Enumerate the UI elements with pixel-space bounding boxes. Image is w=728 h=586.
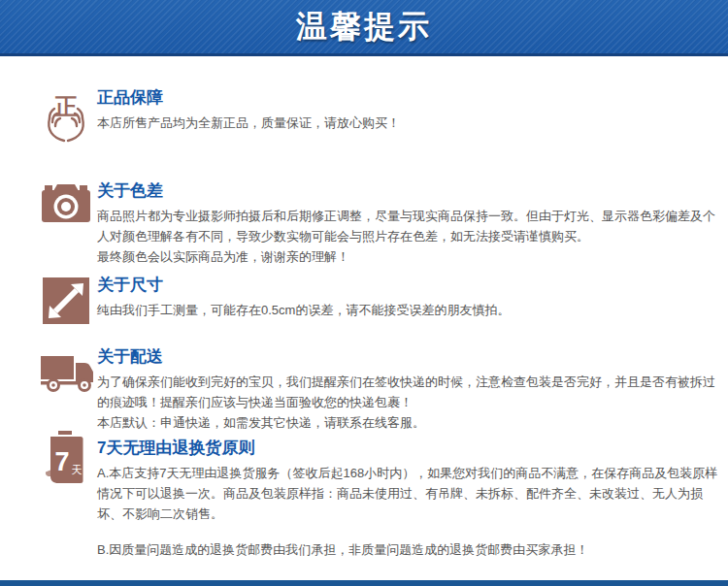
authentic-hands-icon: 正: [39, 88, 93, 145]
tip-section-color-difference: 关于色差 商品照片都为专业摄影师拍摄后和后期修正调整，尽量与现实商品保持一致。但…: [39, 181, 718, 267]
tips-page: 温馨提示 正: [0, 0, 728, 586]
tip-paragraph: A.本店支持7天无理由退换货服务（签收后起168小时内），如果您对我们的商品不满…: [97, 463, 718, 524]
camera-icon: [39, 181, 93, 232]
tip-paragraph: 纯由我们手工测量，可能存在0.5cm的误差，请不能接受误差的朋友慎拍。: [97, 300, 718, 320]
seven-day-icon: 7 天: [39, 429, 93, 491]
tip-paragraph: 本店所售产品均为全新正品，质量保证，请放心购买！: [97, 113, 718, 133]
svg-text:正: 正: [53, 94, 78, 119]
tip-title: 关于尺寸: [97, 276, 718, 294]
resize-arrow-icon: [39, 276, 93, 326]
tip-section-shipping: 关于配送 为了确保亲们能收到完好的宝贝，我们提醒亲们在签收快递的时候，注意检查包…: [39, 347, 718, 433]
truck-icon: [39, 347, 95, 396]
page-title: 温馨提示: [296, 6, 432, 49]
tip-paragraph: 商品照片都为专业摄影师拍摄后和后期修正调整，尽量与现实商品保持一致。但由于灯光、…: [97, 206, 718, 246]
tip-section-returns: 7 天 7天无理由退换货原则 A.本店支持7天无理由退换货服务（签收后起168小…: [39, 439, 718, 560]
tip-title: 关于色差: [97, 181, 718, 200]
tip-paragraph: B.因质量问题造成的退换货邮费由我们承担，非质量问题造成的退换货邮费由买家承担！: [97, 539, 718, 560]
tip-title: 7天无理由退换货原则: [97, 439, 718, 457]
tip-paragraph: 最终颜色会以实际商品为准，谢谢亲的理解！: [97, 246, 718, 267]
tips-content: 正 正品保障 本店所售产品均为全新正品，质量保证，请放心购买！: [0, 56, 728, 560]
tip-section-size: 关于尺寸 纯由我们手工测量，可能存在0.5cm的误差，请不能接受误差的朋友慎拍。: [39, 276, 718, 326]
tip-paragraph: 本店默认：申通快递，如需发其它快递，请联系在线客服。: [97, 412, 718, 433]
banner: 温馨提示: [0, 0, 728, 56]
svg-text:天: 天: [72, 464, 83, 475]
tip-title: 关于配送: [97, 347, 718, 366]
svg-text:7: 7: [54, 447, 69, 476]
tip-section-authenticity: 正 正品保障 本店所售产品均为全新正品，质量保证，请放心购买！: [39, 88, 718, 145]
tip-paragraph: 为了确保亲们能收到完好的宝贝，我们提醒亲们在签收快递的时候，注意检查包装是否完好…: [97, 372, 718, 412]
tip-title: 正品保障: [97, 88, 718, 107]
footer-divider-bar: [0, 580, 728, 586]
